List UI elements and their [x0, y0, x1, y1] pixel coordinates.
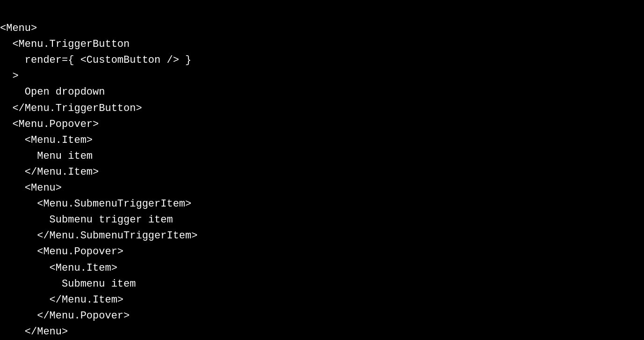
code-line: Submenu item — [0, 276, 644, 292]
code-line: </Menu> — [0, 324, 644, 340]
code-container: <Menu> <Menu.TriggerButton render={ <Cus… — [0, 5, 644, 340]
code-line: </Menu.Item> — [0, 164, 644, 180]
code-line: </Menu.TriggerButton> — [0, 101, 644, 117]
code-line: </Menu.Item> — [0, 292, 644, 308]
code-line: <Menu.Item> — [0, 133, 644, 148]
code-line: Open dropdown — [0, 84, 644, 100]
code-line: Menu item — [0, 148, 644, 164]
code-line: </Menu.SubmenuTriggerItem> — [0, 228, 644, 244]
code-line: Submenu trigger item — [0, 212, 644, 228]
code-line: <Menu.Item> — [0, 260, 644, 276]
code-line: <Menu> — [0, 180, 644, 196]
code-line: <Menu.SubmenuTriggerItem> — [0, 196, 644, 212]
code-line: <Menu.TriggerButton — [0, 37, 644, 52]
code-line: render={ <CustomButton /> } — [0, 52, 644, 68]
code-line: <Menu> — [0, 21, 644, 37]
code-line: </Menu.Popover> — [0, 308, 644, 324]
code-line: <Menu.Popover> — [0, 244, 644, 260]
code-line: <Menu.Popover> — [0, 117, 644, 133]
code-line: > — [0, 68, 644, 84]
